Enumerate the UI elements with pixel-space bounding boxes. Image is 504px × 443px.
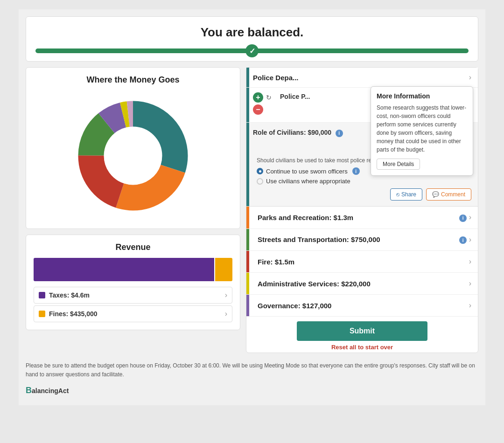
civilians-teal-bar bbox=[246, 123, 249, 206]
tooltip-box: More Information Some research suggests … bbox=[371, 86, 473, 176]
revenue-item-fines[interactable]: Fines: $435,000 › bbox=[34, 305, 232, 322]
radio-label-civilians: Use civilians where appropriate bbox=[266, 178, 350, 185]
sworn-info-icon[interactable]: i bbox=[352, 167, 360, 175]
taxes-label: Taxes: $4.6m bbox=[49, 291, 90, 299]
reset-suffix: to start over bbox=[358, 344, 393, 351]
share-icon: ⎋ bbox=[396, 191, 399, 198]
revenue-card: Revenue Taxes: $4.6m › bbox=[26, 235, 240, 330]
logo: BalancingAct bbox=[26, 384, 478, 397]
submit-area: Submit Reset all to start over bbox=[246, 317, 478, 353]
section-parks[interactable]: Parks and Recreation: $1.3m i › bbox=[246, 207, 478, 229]
footer: Please be sure to attend the budget open… bbox=[26, 359, 478, 398]
fines-color-dot bbox=[39, 311, 45, 317]
fire-chevron-icon: › bbox=[469, 257, 471, 266]
revenue-item-taxes[interactable]: Taxes: $4.6m › bbox=[34, 287, 232, 304]
page-title: You are balanced. bbox=[35, 25, 469, 40]
police-dept-header[interactable]: Police Depa... › More Information Some r… bbox=[246, 68, 478, 88]
governance-color-bar bbox=[246, 295, 249, 316]
parks-info-icon[interactable]: i bbox=[459, 215, 467, 222]
streets-color-bar bbox=[246, 229, 249, 251]
reset-label: Reset all bbox=[331, 344, 356, 351]
section-admin[interactable]: Administrative Services: $220,000 › bbox=[246, 273, 478, 295]
section-fire[interactable]: Fire: $1.5m › bbox=[246, 251, 478, 273]
radio-item-civilians[interactable]: Use civilians where appropriate bbox=[257, 178, 471, 185]
main-content: Where the Money Goes bbox=[26, 67, 478, 353]
plus-button[interactable]: + bbox=[253, 92, 263, 103]
progress-bar-container: ✓ bbox=[35, 46, 469, 55]
tooltip-more-btn[interactable]: More Details bbox=[377, 159, 420, 170]
admin-color-bar bbox=[246, 273, 249, 294]
radio-btn-civilians[interactable] bbox=[257, 178, 263, 185]
parks-color-bar bbox=[246, 207, 249, 228]
donut-chart bbox=[72, 95, 194, 216]
left-panel: Where the Money Goes bbox=[26, 67, 240, 330]
taxes-chevron-icon: › bbox=[225, 291, 227, 299]
radio-btn-sworn[interactable] bbox=[257, 168, 263, 174]
submit-button[interactable]: Submit bbox=[297, 321, 427, 341]
fines-label: Fines: $435,000 bbox=[49, 310, 98, 318]
header-card: You are balanced. ✓ bbox=[26, 16, 478, 62]
radio-label-sworn: Continue to use sworn officers bbox=[266, 168, 348, 175]
streets-title: Streets and Transportation: $750,000 bbox=[253, 235, 380, 243]
page-container: You are balanced. ✓ Where the Money Goes bbox=[19, 9, 485, 405]
police-sub-label: Police P... bbox=[280, 93, 310, 100]
donut-container bbox=[34, 90, 232, 221]
revenue-title: Revenue bbox=[34, 242, 232, 252]
revenue-items: Taxes: $4.6m › Fines: $435,000 › bbox=[34, 287, 232, 322]
civilians-info-icon[interactable]: i bbox=[336, 130, 343, 137]
fines-chevron-icon: › bbox=[225, 310, 227, 318]
right-panel: Police Depa... › More Information Some r… bbox=[246, 67, 478, 353]
police-dept-title: Police Depa... bbox=[253, 74, 299, 82]
streets-chevron-icon: › bbox=[469, 235, 471, 243]
admin-chevron-icon: › bbox=[469, 279, 471, 288]
share-comment-btns: ⎋ Share 💬 Comment bbox=[253, 188, 471, 201]
comment-icon: 💬 bbox=[432, 191, 439, 198]
revenue-bar-fines bbox=[215, 258, 232, 281]
tooltip-text: Some research suggests that lower-cost, … bbox=[377, 104, 467, 154]
revenue-bar bbox=[34, 258, 232, 281]
minus-button[interactable]: − bbox=[253, 104, 263, 115]
fire-title: Fire: $1.5m bbox=[253, 258, 294, 266]
refresh-icon[interactable]: ↻ bbox=[266, 94, 272, 101]
police-dept-chevron-icon: › bbox=[469, 73, 471, 82]
section-streets[interactable]: Streets and Transportation: $750,000 i › bbox=[246, 229, 478, 251]
parks-chevron-icon: › bbox=[469, 213, 471, 221]
taxes-color-dot bbox=[39, 292, 45, 298]
governance-chevron-icon: › bbox=[469, 301, 471, 310]
chart-card: Where the Money Goes bbox=[26, 67, 240, 229]
civilians-title: Role of Civilians: $90,000 bbox=[253, 129, 331, 136]
governance-title: Governance: $127,000 bbox=[253, 302, 331, 310]
section-governance[interactable]: Governance: $127,000 › bbox=[246, 295, 478, 317]
parks-title: Parks and Recreation: $1.3m bbox=[253, 214, 353, 222]
revenue-bar-taxes bbox=[34, 258, 214, 281]
donut-hole bbox=[104, 127, 162, 185]
admin-title: Administrative Services: $220,000 bbox=[253, 280, 371, 288]
fire-color-bar bbox=[246, 251, 249, 272]
streets-info-icon[interactable]: i bbox=[459, 236, 467, 244]
teal-color-bar bbox=[246, 68, 249, 87]
check-icon: ✓ bbox=[245, 44, 259, 57]
comment-button[interactable]: 💬 Comment bbox=[426, 188, 471, 201]
share-button[interactable]: ⎋ Share bbox=[390, 188, 422, 201]
footer-note: Please be sure to attend the budget open… bbox=[26, 360, 478, 381]
chart-title: Where the Money Goes bbox=[34, 75, 232, 85]
police-sub-teal-bar bbox=[246, 88, 249, 122]
tooltip-title: More Information bbox=[377, 92, 467, 100]
reset-link[interactable]: Reset all to start over bbox=[331, 344, 393, 351]
